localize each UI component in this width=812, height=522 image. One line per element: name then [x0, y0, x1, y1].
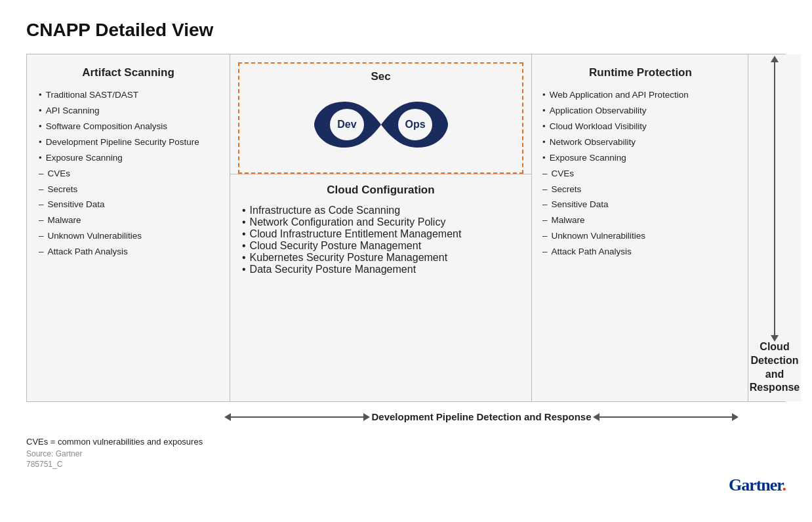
dpdr-arrow: Development Pipeline Detection and Respo… — [230, 407, 733, 426]
source-text: Source: Gartner — [26, 449, 786, 458]
list-item: Secrets — [39, 183, 218, 197]
infinity-diagram: Dev Ops — [309, 89, 453, 161]
list-item: Exposure Scanning — [39, 151, 218, 165]
list-item: Software Composition Analysis — [39, 120, 218, 134]
list-item: Cloud Security Posture Management — [242, 240, 519, 252]
cdr-content: CloudDetectionandResponse — [750, 61, 800, 395]
list-item: Unknown Vulnerabilities — [542, 230, 739, 243]
artifact-list: Traditional SAST/DAST API Scanning Softw… — [39, 89, 218, 259]
list-item: Secrets — [542, 183, 739, 197]
list-item: Traditional SAST/DAST — [39, 89, 218, 102]
artifact-header: Artifact Scanning — [39, 66, 218, 79]
list-item: Network Observability — [542, 136, 739, 150]
sec-label: Sec — [371, 70, 390, 83]
runtime-column: Runtime Protection Web Application and A… — [532, 54, 748, 401]
cloud-config-section: Cloud Configuration Infrastructure as Co… — [230, 174, 531, 401]
code-text: 785751_C — [26, 460, 786, 469]
svg-text:Dev: Dev — [337, 119, 356, 130]
list-item: Development Pipeline Security Posture — [39, 136, 218, 150]
list-item: API Scanning — [39, 104, 218, 118]
list-item: Cloud Workload Visibility — [542, 120, 739, 134]
svg-text:Ops: Ops — [405, 119, 425, 130]
dpdr-bar: Development Pipeline Detection and Respo… — [26, 402, 786, 426]
list-item: Data Security Posture Management — [242, 264, 519, 275]
runtime-header: Runtime Protection — [542, 66, 739, 79]
gartner-logo: Gartner. — [26, 475, 786, 495]
list-item: Sensitive Data — [542, 198, 739, 212]
artifact-column: Artifact Scanning Traditional SAST/DAST … — [27, 54, 230, 401]
list-item: Malware — [39, 214, 218, 228]
cdr-column: CloudDetectionandResponse — [748, 54, 801, 401]
list-item: Attack Path Analysis — [542, 245, 739, 259]
footnote-text: CVEs = common vulnerabilities and exposu… — [26, 437, 786, 447]
diagram-wrapper: Artifact Scanning Traditional SAST/DAST … — [26, 54, 786, 426]
cloud-config-header: Cloud Configuration — [242, 184, 519, 197]
main-grid: Artifact Scanning Traditional SAST/DAST … — [26, 54, 786, 402]
middle-column: Sec Dev Ops — [230, 54, 532, 401]
page-title: CNAPP Detailed View — [26, 20, 786, 41]
list-item: Application Observability — [542, 104, 739, 118]
list-item: Infrastructure as Code Scanning — [242, 205, 519, 216]
dpdr-line — [230, 416, 365, 418]
list-item: Cloud Infrastructure Entitlement Managem… — [242, 228, 519, 240]
list-item: Sensitive Data — [39, 198, 218, 212]
list-item: CVEs — [39, 167, 218, 181]
gartner-dot: . — [782, 475, 786, 494]
list-item: Web Application and API Protection — [542, 89, 739, 102]
list-item: Attack Path Analysis — [39, 245, 218, 259]
gartner-text: Gartner — [729, 475, 782, 494]
dpdr-label: Development Pipeline Detection and Respo… — [365, 407, 598, 426]
runtime-list: Web Application and API Protection Appli… — [542, 89, 739, 259]
devops-section: Sec Dev Ops — [238, 62, 523, 174]
cdr-label: CloudDetectionandResponse — [750, 340, 800, 395]
list-item: Unknown Vulnerabilities — [39, 230, 218, 243]
list-item: Kubernetes Security Posture Management — [242, 252, 519, 264]
footnotes: CVEs = common vulnerabilities and exposu… — [26, 437, 786, 469]
cdr-arrow — [774, 61, 775, 336]
list-item: Exposure Scanning — [542, 151, 739, 165]
list-item: Network Configuration and Security Polic… — [242, 216, 519, 228]
cloud-config-list: Infrastructure as Code Scanning Network … — [242, 205, 519, 275]
dpdr-line-right — [598, 416, 733, 418]
list-item: CVEs — [542, 167, 739, 181]
list-item: Malware — [542, 214, 739, 228]
